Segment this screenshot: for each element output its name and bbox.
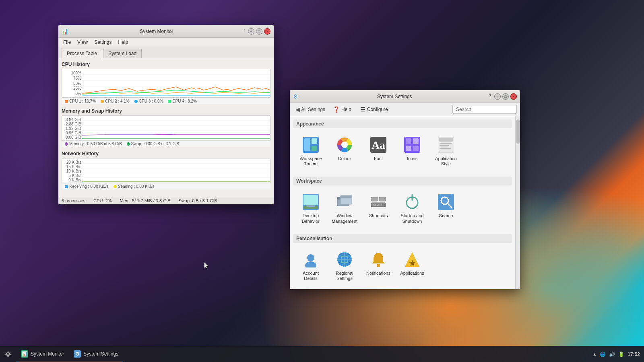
mem-chart-area [82,116,270,140]
sending-dot [114,185,117,188]
settings-item-account-details[interactable]: Account Details [295,246,327,285]
settings-item-applications[interactable]: ★ Applications [396,246,428,285]
svg-text:SPACE: SPACE [373,203,384,207]
settings-maximize-btn[interactable]: □ [502,93,509,100]
svg-rect-37 [341,195,352,198]
taskbar-sysmon-icon: 📊 [21,350,28,358]
configure-toolbar-btn[interactable]: ☰ Configure [357,105,392,114]
taskbar-item-settings[interactable]: ⚙ System Settings [69,346,123,362]
account-details-label: Account Details [297,271,325,281]
sysmon-help-btn[interactable]: ? [242,28,245,35]
cpu1-dot [65,100,68,103]
taskbar-battery-icon[interactable]: 🔋 [618,352,624,357]
scrollbar-thumb[interactable] [516,119,520,144]
receiving-dot [65,185,68,188]
sysmon-maximize-btn[interactable]: □ [256,28,262,35]
tab-process-table[interactable]: Process Table [62,49,102,58]
mem-chart-labels: 3.84 GiB 2.88 GiB 1.92 GiB 0.96 GiB 0.00… [62,116,82,140]
svg-rect-24 [413,146,419,151]
taskbar-volume-icon[interactable]: 🔊 [609,352,615,357]
settings-window-buttons: ? − □ × [489,93,517,100]
svg-point-49 [307,254,314,261]
desktop-behavior-icon [301,192,320,212]
svg-rect-31 [303,195,318,205]
sysmon-menu-settings[interactable]: Settings [91,39,115,46]
taskbar-arrow[interactable]: ▲ [592,352,597,356]
cpu-chart-labels: 100% 75% 50% 25% 0% [62,69,82,97]
svg-rect-23 [406,146,411,151]
settings-item-colour[interactable]: Colour [328,132,361,170]
applications-label: Applications [400,271,424,276]
cpu1-label: CPU 1 : 13.7% [69,99,96,103]
status-cpu: CPU: 2% [93,198,111,203]
regional-settings-label: Regional Settings [330,271,359,281]
sysmon-menu-view[interactable]: View [74,39,91,46]
settings-close-btn[interactable]: × [510,93,517,100]
mem-label-192: 1.92 GiB [63,126,81,131]
cpu-legend: CPU 1 : 13.7% CPU 2 : 4.1% CPU 3 : 0.0% … [62,98,270,104]
settings-minimize-btn[interactable]: − [494,93,501,100]
taskbar-item-sysmon[interactable]: 📊 System Monitor [16,346,69,362]
taskbar-settings-icon: ⚙ [74,350,81,358]
svg-point-50 [305,261,316,267]
sending-label: Sending : 0.00 KiB/s [118,184,155,189]
tab-system-load[interactable]: System Load [103,49,142,58]
settings-help-btn[interactable]: ? [489,93,491,100]
net-label-5: 5 KiB/s [63,173,81,178]
settings-scrollbar[interactable] [515,116,520,289]
sysmon-menu-help[interactable]: Help [115,39,132,46]
sysmon-titlebar: 📊 System Monitor ? − □ × [58,25,274,38]
net-legend: Receiving : 0.00 KiB/s Sending : 0.00 Ki… [62,183,270,189]
taskbar-start-button[interactable]: ❖ [0,346,16,362]
regional-settings-icon [335,250,354,269]
sysmon-statusbar: 5 processes CPU: 2% Mem: 511.7 MiB / 3.8… [58,197,274,204]
sysmon-app-icon: 📊 [62,28,68,35]
sysmon-menu-file[interactable]: File [60,39,74,46]
settings-item-notifications[interactable]: Notifications [362,246,394,285]
workspace-theme-label: Workspace Theme [297,156,325,167]
settings-item-shortcuts[interactable]: SPACE Shortcuts [362,189,394,227]
svg-rect-14 [312,138,317,144]
cpu-history-section: CPU History 100% 75% 50% 25% 0% [62,62,270,104]
cpu4-dot [168,100,171,103]
sysmon-close-btn[interactable]: × [264,28,270,35]
settings-item-font[interactable]: Aa Font [362,132,394,170]
help-toolbar-btn[interactable]: ❓ Help [329,105,355,114]
receiving-label: Receiving : 0.00 KiB/s [69,184,109,189]
status-swap: Swap: 0 B / 3.1 GiB [179,198,217,203]
cpu3-dot [134,100,138,103]
appearance-section: Appearance Workspace Theme [293,119,512,170]
net-label-10: 10 KiB/s [63,169,81,173]
mem-label-288: 2.88 GiB [63,122,81,126]
sysmon-tabs: Process Table System Load [58,47,274,58]
colour-icon [335,135,354,154]
cpu-label-75: 75% [63,76,81,80]
sysmon-menubar: File View Settings Help [58,38,274,47]
settings-item-icons[interactable]: Icons [396,132,428,170]
settings-item-regional-settings[interactable]: Regional Settings [328,246,361,285]
svg-text:★: ★ [409,259,416,267]
settings-item-window-management[interactable]: Window Management [328,189,361,227]
notifications-label: Notifications [366,271,390,276]
back-all-settings-btn[interactable]: ◀ All Settings [293,105,328,114]
workspace-grid: Desktop Behavior Window Management [293,189,512,227]
app-style-icon [436,135,456,154]
settings-item-app-style[interactable]: Application Style [430,132,462,170]
taskbar-sysmon-label: System Monitor [31,351,64,357]
taskbar-network-icon[interactable]: 🌐 [600,352,606,357]
settings-app-icon: ⚙ [293,93,298,100]
memory-history-chart: 3.84 GiB 2.88 GiB 1.92 GiB 0.96 GiB 0.00… [62,115,270,140]
settings-search-input[interactable] [452,105,517,114]
settings-titlebar: ⚙ System Settings ? − □ × [290,90,520,103]
settings-item-search[interactable]: Search [430,189,462,227]
app-style-label: Application Style [432,156,460,167]
cpu-label-0: 0% [63,91,81,96]
personalisation-section: Personalisation Account Details [293,234,512,285]
cpu1-legend: CPU 1 : 13.7% [65,99,96,103]
cpu-label-100: 100% [63,71,81,75]
sysmon-minimize-btn[interactable]: − [248,28,254,35]
settings-item-desktop-behavior[interactable]: Desktop Behavior [295,189,327,227]
settings-item-startup-shutdown[interactable]: Startup and Shutdown [396,189,428,227]
settings-item-workspace-theme[interactable]: Workspace Theme [295,132,327,170]
swap-dot [127,142,130,146]
